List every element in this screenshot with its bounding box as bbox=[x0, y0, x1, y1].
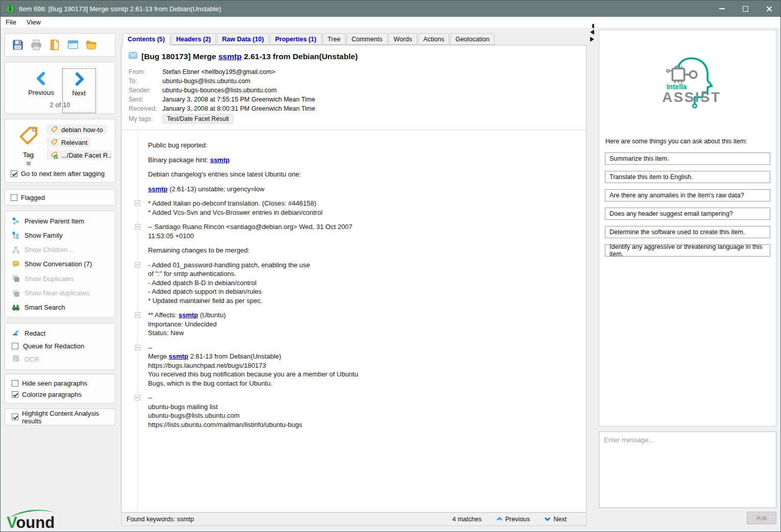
keyword-link[interactable]: ssmtp bbox=[210, 156, 229, 164]
go-next-after-tagging[interactable]: Go to next item after tagging bbox=[11, 170, 105, 178]
highlight-checkbox[interactable] bbox=[12, 414, 18, 420]
my-tags-badge[interactable]: Test/Date Facet Result bbox=[162, 114, 233, 123]
print-button[interactable] bbox=[30, 39, 42, 51]
email-document: [Bug 180173] Merge ssmtp 2.61-13 from De… bbox=[121, 45, 587, 513]
tag-button-relevant[interactable]: Relevant bbox=[46, 137, 91, 147]
question-are-there-any-anomalies-in-the-item-s-ra[interactable]: Are there any anomalies in the item's ra… bbox=[605, 189, 770, 201]
tab-geolocation[interactable]: Geolocation bbox=[450, 33, 495, 45]
body-paragraph: Public bug reported: bbox=[121, 141, 586, 150]
tag-icon bbox=[50, 138, 58, 146]
question-does-any-header-suggest-email-tampering[interactable]: Does any header suggest email tampering? bbox=[605, 208, 770, 220]
show-conversation-7-button[interactable]: Show Conversation (7) bbox=[5, 260, 115, 268]
splitter-handle[interactable] bbox=[592, 24, 594, 28]
app-window: Item 698: [Bug 180173] Merge ssmtp 2.61-… bbox=[0, 0, 781, 532]
mail-window-button[interactable] bbox=[67, 39, 79, 51]
menu-view[interactable]: View bbox=[21, 18, 46, 27]
ask-button[interactable]: Ask bbox=[747, 512, 776, 524]
binoculars-icon bbox=[12, 303, 20, 312]
collapse-toggle[interactable] bbox=[135, 262, 140, 268]
tab-comments[interactable]: Comments bbox=[347, 33, 387, 45]
menu-file[interactable]: File bbox=[1, 18, 21, 27]
tag-button-date-facet-r[interactable]: .../Date Facet R... bbox=[46, 150, 112, 160]
tab-words[interactable]: Words bbox=[388, 33, 417, 45]
tag-check-icon bbox=[50, 151, 58, 159]
highlight-content-analysis-option[interactable]: Highlight Content Analysis results bbox=[12, 410, 108, 425]
question-identify-any-aggressive-or-threatening-l[interactable]: Identify any aggressive or threatening l… bbox=[605, 244, 770, 257]
colorize-paragraphs-checkbox[interactable] bbox=[12, 391, 18, 398]
tag-icon bbox=[17, 124, 40, 148]
next-match-button[interactable]: Next bbox=[544, 516, 567, 523]
queue-redaction-checkbox[interactable] bbox=[12, 343, 18, 349]
email-field-row: Sent:January 3, 2008 at 7:55:15 PM Green… bbox=[129, 95, 579, 104]
paragraph-options-panel: Hide seen paragraphsColorize paragraphs bbox=[5, 374, 115, 403]
titlebar: Item 698: [Bug 180173] Merge ssmtp 2.61-… bbox=[1, 1, 780, 17]
maximize-button[interactable] bbox=[734, 1, 757, 17]
question-translate-this-item-to-english[interactable]: Translate this item to English. bbox=[605, 171, 770, 183]
tab-actions[interactable]: Actions bbox=[418, 33, 449, 45]
flagged-checkbox[interactable] bbox=[11, 194, 17, 201]
email-field-row: Sender:ubuntu-bugs-bounces@lists.ubuntu.… bbox=[129, 86, 579, 95]
hide-seen-paragraphs-checkbox[interactable] bbox=[12, 380, 18, 387]
go-next-checkbox[interactable] bbox=[11, 170, 17, 177]
collapse-toggle[interactable] bbox=[135, 200, 140, 206]
tab-tree[interactable]: Tree bbox=[323, 33, 346, 45]
close-button[interactable] bbox=[757, 1, 780, 17]
tag-button-label: .../Date Facet R... bbox=[61, 151, 112, 159]
tag-icon bbox=[50, 125, 58, 134]
minimize-button[interactable] bbox=[710, 1, 734, 17]
preview-parent-item-button[interactable]: Preview Parent Item bbox=[5, 217, 115, 225]
email-header: [Bug 180173] Merge ssmtp 2.61-13 from De… bbox=[121, 45, 586, 130]
field-value: January 3, 2008 at 7:55:15 PM Greenwich … bbox=[162, 95, 315, 104]
item-actions-panel: Preview Parent ItemShow FamilyShow Child… bbox=[5, 211, 115, 318]
export-document-button[interactable] bbox=[48, 39, 61, 51]
question-determine-the-software-used-to-create-th[interactable]: Determine the software used to create th… bbox=[605, 226, 770, 238]
field-label: Sent: bbox=[129, 95, 162, 104]
email-field-row: To:ubuntu-bugs@lists.ubuntu.com bbox=[129, 77, 579, 86]
svg-text:ASSIST: ASSIST bbox=[662, 89, 721, 105]
flagged-panel: Flagged bbox=[5, 189, 115, 206]
paragraph-text: Public bug reported: bbox=[148, 141, 475, 150]
collapse-toggle[interactable] bbox=[135, 224, 140, 230]
field-value: Stefan Ebner <hellboy195@gmail.com> bbox=[162, 67, 275, 77]
tab-headers-2[interactable]: Headers (2) bbox=[171, 33, 216, 45]
queue-for-redaction-option[interactable]: Queue for Redaction bbox=[5, 342, 115, 350]
assist-pane: Intella ASSIST Here are some things you … bbox=[599, 30, 776, 524]
hide-seen-paragraphs-option[interactable]: Hide seen paragraphs bbox=[12, 379, 108, 387]
chevron-left-icon bbox=[34, 71, 49, 86]
flagged-option[interactable]: Flagged bbox=[11, 194, 45, 201]
collapse-right-arrow[interactable] bbox=[590, 37, 594, 42]
envelope-icon bbox=[129, 52, 137, 61]
email-body: Public bug reported:Binary package hint:… bbox=[121, 130, 586, 512]
option-label: Hide seen paragraphs bbox=[22, 379, 87, 387]
assist-message-input[interactable] bbox=[599, 432, 776, 508]
keyword-link[interactable]: ssmtp bbox=[179, 311, 198, 319]
tag-button-debian-how-to[interactable]: debian how-to bbox=[46, 124, 107, 135]
tab-raw-data-10[interactable]: Raw Data (10) bbox=[217, 33, 269, 45]
previous-match-button[interactable]: Previous bbox=[496, 516, 530, 523]
keyword-link[interactable]: ssmtp bbox=[148, 185, 167, 193]
collapse-toggle[interactable] bbox=[135, 345, 140, 350]
tab-properties-1[interactable]: Properties (1) bbox=[270, 33, 322, 45]
assist-message-box bbox=[599, 432, 776, 508]
subject-link[interactable]: ssmtp bbox=[218, 52, 242, 61]
save-icon bbox=[12, 39, 24, 51]
open-folder-button[interactable] bbox=[85, 39, 97, 51]
app-icon bbox=[5, 4, 15, 14]
question-summarize-this-item[interactable]: Summarize this item. bbox=[605, 153, 770, 165]
keyword-link[interactable]: ssmtp bbox=[168, 352, 188, 360]
smart-search-button[interactable]: Smart Search bbox=[5, 303, 115, 312]
action-label: Show Children... bbox=[25, 246, 73, 254]
redact-button[interactable]: Redact bbox=[5, 328, 115, 338]
tagging-panel: Tag debian how-toRelevant.../Date Facet … bbox=[5, 119, 115, 183]
collapse-left-arrow[interactable] bbox=[590, 30, 594, 35]
paragraph-text: --Merge ssmtp 2.61-13 from Debian(Unstab… bbox=[148, 343, 475, 388]
tab-contents-5[interactable]: Contents (5) bbox=[123, 33, 170, 45]
show-family-button[interactable]: Show Family bbox=[5, 231, 115, 239]
my-tags-row: My tags: Test/Date Facet Result bbox=[129, 114, 579, 123]
colorize-paragraphs-option[interactable]: Colorize paragraphs bbox=[12, 391, 108, 398]
collapse-toggle[interactable] bbox=[135, 395, 140, 400]
field-value: January 3, 2008 at 8:00:31 PM Greenwich … bbox=[162, 104, 315, 113]
ocr-icon bbox=[12, 354, 20, 364]
collapse-toggle[interactable] bbox=[135, 312, 140, 318]
save-button[interactable] bbox=[12, 39, 24, 51]
